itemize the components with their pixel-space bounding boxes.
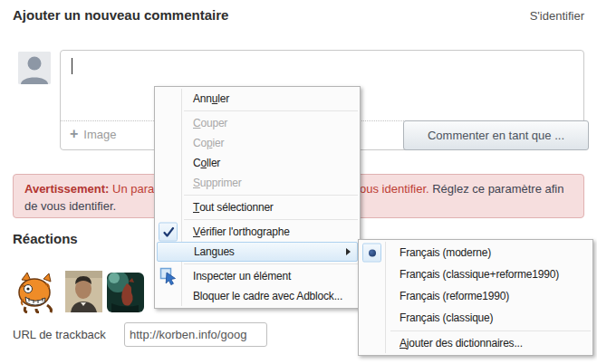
submenu-item-francais-classique-reforme[interactable]: Français (classique+reforme1990): [359, 263, 592, 285]
menu-item-langues[interactable]: Langues: [157, 242, 358, 262]
menu-item-couper: Couper: [155, 113, 360, 133]
comment-page: Ajouter un nouveau commentaire S'identif…: [0, 0, 597, 364]
checkmark-icon: [162, 225, 175, 238]
menu-item-coller[interactable]: Coller: [155, 153, 360, 173]
menu-separator: [184, 263, 358, 264]
comment-as-button[interactable]: Commenter en tant que ...: [403, 120, 589, 150]
plus-icon: +: [70, 127, 78, 141]
menu-separator: [390, 330, 591, 331]
menu-item-copier: Copier: [155, 133, 360, 153]
artwork-avatar-image: [107, 273, 144, 312]
checked-state-box: [159, 223, 178, 242]
warning-line2: de vous identifier.: [24, 197, 116, 215]
person-silhouette-icon: [18, 52, 51, 84]
add-image-label: Image: [83, 128, 116, 141]
menu-separator: [184, 110, 358, 111]
languages-submenu: Français (moderne) Français (classique+r…: [358, 239, 593, 356]
add-image-button[interactable]: + Image: [70, 127, 116, 141]
selected-radio-box: [362, 244, 381, 263]
cat-avatar-image: [13, 271, 58, 313]
trackback-url-input[interactable]: [124, 322, 267, 347]
submenu-item-ajouter-dictionnaires[interactable]: Ajouter des dictionnaires...: [359, 333, 592, 353]
radio-selected-icon: [369, 249, 376, 256]
warning-label: Avertissement:: [24, 182, 109, 196]
warning-line1: Avertissement: Un para: [24, 180, 154, 197]
context-menu: Annuler Couper Copier Coller Supprimer T…: [154, 86, 361, 309]
submenu-arrow-icon: [346, 248, 351, 255]
submenu-item-francais-classique[interactable]: Français (classique): [359, 307, 592, 329]
inspect-element-icon: [159, 267, 178, 285]
submenu-item-francais-reforme1990[interactable]: Français (reforme1990): [359, 285, 592, 307]
menu-item-annuler[interactable]: Annuler: [155, 89, 360, 109]
menu-item-verifier-orthographe[interactable]: Vérifier l'orthographe: [155, 222, 360, 242]
menu-separator: [184, 195, 358, 196]
submenu-item-francais-moderne[interactable]: Français (moderne): [359, 242, 592, 263]
warning-line1-right: ous identifier. Réglez ce paramètre afin: [360, 180, 563, 197]
menu-item-supprimer: Supprimer: [155, 173, 360, 193]
reaction-avatar-cat[interactable]: [13, 271, 58, 313]
reaction-avatar-artwork[interactable]: [107, 273, 144, 312]
reaction-avatar-portrait[interactable]: [65, 271, 102, 312]
menu-separator: [184, 219, 358, 220]
menu-item-inspecter-element[interactable]: Inspecter un élément: [155, 266, 360, 286]
trackback-label: URL de trackback: [13, 328, 106, 341]
menu-item-bloquer-adblock[interactable]: Bloquer le cadre avec Adblock...: [155, 286, 360, 306]
text-caret: [72, 58, 72, 74]
page-title: Ajouter un nouveau commentaire: [13, 7, 228, 23]
portrait-avatar-image: [65, 271, 102, 312]
menu-item-tout-selectionner[interactable]: Tout sélectionner: [155, 197, 360, 217]
signin-link[interactable]: S'identifier: [530, 9, 584, 23]
user-avatar: [18, 52, 51, 84]
reactions-heading: Réactions: [13, 231, 78, 246]
